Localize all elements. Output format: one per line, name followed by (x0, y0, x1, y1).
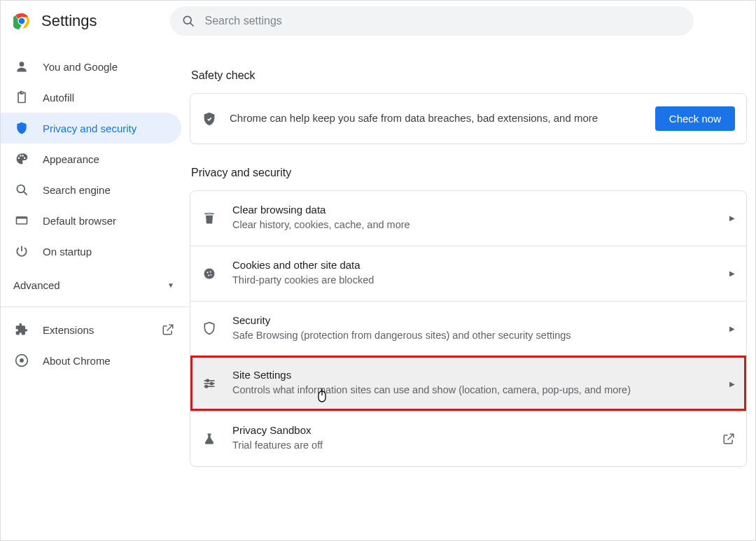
svg-point-5 (20, 62, 24, 66)
svg-point-2 (19, 18, 25, 24)
check-now-button[interactable]: Check now (655, 106, 735, 131)
row-title: Clear browsing data (232, 204, 722, 216)
cookie-icon (202, 267, 217, 281)
sidebar: You and Google Autofill Privacy and secu… (1, 41, 190, 467)
shield-icon (15, 121, 29, 135)
open-external-icon (722, 433, 735, 445)
row-subtitle: Safe Browsing (protection from dangerous… (232, 328, 722, 344)
sidebar-item-label: You and Google (43, 61, 118, 73)
sidebar-item-on-startup[interactable]: On startup (1, 236, 181, 267)
search-icon (15, 183, 29, 197)
svg-point-20 (205, 386, 207, 388)
svg-point-12 (210, 271, 211, 272)
power-icon (15, 244, 29, 258)
svg-point-9 (20, 358, 24, 363)
chrome-logo-icon (13, 13, 30, 29)
page-title: Settings (41, 12, 97, 30)
header: Settings (1, 1, 755, 41)
row-title: Security (232, 314, 722, 326)
chevron-right-icon: ▶ (729, 214, 735, 222)
row-subtitle: Third-party cookies are blocked (232, 273, 722, 288)
row-site-settings[interactable]: Site Settings Controls what information … (190, 356, 746, 411)
shield-check-icon (202, 111, 217, 127)
svg-line-4 (190, 23, 193, 27)
svg-point-18 (211, 382, 213, 384)
row-subtitle: Clear history, cookies, cache, and more (232, 218, 722, 233)
safety-check-heading: Safety check (191, 69, 747, 82)
sidebar-item-label: On startup (43, 246, 92, 258)
svg-point-16 (206, 379, 209, 381)
chevron-right-icon: ▶ (729, 325, 735, 332)
sidebar-item-you-and-google[interactable]: You and Google (1, 51, 181, 82)
privacy-heading: Privacy and security (191, 167, 747, 179)
sidebar-item-label: Default browser (43, 215, 116, 227)
svg-point-14 (211, 274, 212, 275)
sidebar-item-default-browser[interactable]: Default browser (1, 205, 181, 236)
advanced-label: Advanced (13, 279, 60, 291)
divider (1, 307, 190, 307)
clipboard-icon (15, 90, 29, 104)
safety-check-card: Chrome can help keep you safe from data … (190, 93, 747, 144)
svg-point-11 (206, 272, 208, 273)
chrome-icon (15, 353, 29, 367)
sidebar-item-label: Appearance (43, 153, 99, 165)
row-security[interactable]: Security Safe Browsing (protection from … (190, 301, 746, 356)
sidebar-item-privacy-security[interactable]: Privacy and security (1, 113, 181, 143)
search-icon (181, 14, 195, 28)
row-cookies[interactable]: Cookies and other site data Third-party … (190, 246, 746, 301)
browser-icon (15, 213, 29, 227)
trash-icon (202, 211, 217, 225)
puzzle-icon (15, 323, 29, 337)
person-icon (15, 59, 29, 73)
row-clear-browsing-data[interactable]: Clear browsing data Clear history, cooki… (190, 191, 746, 246)
row-subtitle: Controls what information sites can use … (232, 383, 722, 398)
svg-point-6 (17, 185, 24, 192)
palette-icon (15, 152, 29, 166)
open-external-icon (162, 323, 174, 336)
row-title: Site Settings (232, 369, 722, 381)
shield-icon (202, 321, 217, 335)
privacy-list: Clear browsing data Clear history, cooki… (190, 190, 747, 467)
chevron-right-icon: ▶ (729, 380, 735, 388)
row-title: Cookies and other site data (232, 259, 722, 271)
chevron-right-icon: ▶ (729, 269, 735, 277)
sidebar-item-label: About Chrome (43, 355, 111, 367)
search-settings[interactable] (170, 6, 694, 36)
sidebar-item-label: Autofill (43, 92, 74, 104)
svg-point-10 (204, 268, 215, 279)
sidebar-item-search-engine[interactable]: Search engine (1, 174, 181, 205)
sidebar-item-extensions[interactable]: Extensions (1, 314, 162, 345)
row-subtitle: Trial features are off (232, 438, 722, 454)
sliders-icon (202, 377, 217, 391)
svg-line-7 (24, 192, 27, 195)
safety-text: Chrome can help keep you safe from data … (230, 111, 655, 127)
sidebar-advanced-toggle[interactable]: Advanced ▼ (1, 267, 190, 304)
sidebar-item-label: Extensions (43, 324, 94, 336)
main-content: Safety check Chrome can help keep you sa… (190, 41, 755, 467)
row-privacy-sandbox[interactable]: Privacy Sandbox Trial features are off (190, 411, 746, 466)
flask-icon (202, 432, 217, 446)
sidebar-item-label: Search engine (43, 184, 111, 196)
sidebar-item-appearance[interactable]: Appearance (1, 143, 181, 174)
sidebar-item-label: Privacy and security (43, 122, 136, 134)
svg-point-3 (183, 16, 191, 24)
sidebar-item-about-chrome[interactable]: About Chrome (1, 345, 181, 376)
svg-point-13 (208, 274, 209, 276)
search-input[interactable] (205, 15, 682, 27)
chevron-down-icon: ▼ (167, 281, 174, 289)
row-title: Privacy Sandbox (232, 424, 722, 436)
sidebar-item-autofill[interactable]: Autofill (1, 82, 181, 113)
